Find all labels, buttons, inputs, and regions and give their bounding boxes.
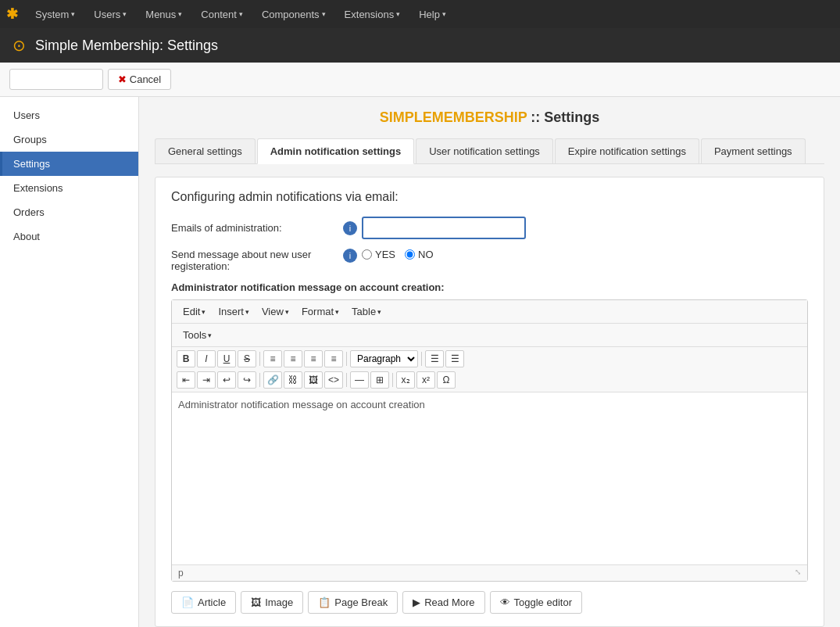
editor-tools-label: Tools — [183, 329, 206, 341]
sidebar-item-groups[interactable]: Groups — [0, 127, 138, 152]
nav-extensions[interactable]: Extensions ▾ — [337, 5, 409, 23]
sidebar-extensions-label: Extensions — [13, 182, 63, 194]
editor-resize-handle[interactable]: ⤡ — [795, 568, 801, 579]
toolbar-link[interactable]: 🔗 — [263, 371, 282, 389]
component-header: SIMPLEMEMBERSHIP :: Settings — [155, 109, 824, 126]
toolbar-subscript[interactable]: x₂ — [396, 371, 415, 389]
toolbar-special-chars[interactable]: Ω — [437, 371, 456, 389]
content-area: SIMPLEMEMBERSHIP :: Settings General set… — [139, 97, 840, 627]
nav-content[interactable]: Content ▾ — [193, 5, 251, 23]
toolbar-unlink[interactable]: ⛓ — [284, 371, 302, 389]
nav-components-label: Components — [262, 9, 320, 20]
article-icon: 📄 — [181, 597, 194, 608]
toolbar-align-right[interactable]: ≡ — [304, 350, 323, 367]
editor-menu-insert[interactable]: Insert ▾ — [212, 303, 256, 320]
tab-admin-label: Admin notification settings — [270, 145, 402, 157]
emails-info-icon[interactable]: i — [343, 221, 357, 235]
nav-users[interactable]: Users ▾ — [86, 5, 134, 23]
toggle-editor-icon: 👁 — [500, 597, 510, 608]
read-more-icon: ▶ — [413, 597, 420, 608]
tab-expire-label: Expire notification settings — [568, 145, 686, 157]
toolbar-ordered-list[interactable]: ☰ — [445, 350, 464, 367]
nav-menus-arrow: ▾ — [178, 10, 182, 18]
radio-yes[interactable] — [362, 249, 372, 260]
toolbar-paragraph-select[interactable]: Paragraph Heading 1 Heading 2 Heading 3 — [350, 350, 418, 367]
emails-input[interactable] — [362, 217, 526, 239]
toolbar-sep1 — [259, 352, 260, 366]
toolbar-undo[interactable]: ↩ — [217, 371, 236, 389]
toolbar-italic[interactable]: I — [197, 350, 216, 367]
sidebar-orders-label: Orders — [13, 206, 45, 218]
save-icon: ✔ — [20, 73, 28, 85]
nav-components[interactable]: Components ▾ — [254, 5, 334, 23]
toolbar-redo[interactable]: ↪ — [238, 371, 256, 389]
toolbar-strikethrough[interactable]: S — [238, 350, 256, 367]
form-section: Configuring admin notifications via emai… — [155, 177, 824, 627]
toolbar-unordered-list[interactable]: ☰ — [425, 350, 444, 367]
tab-expire-notification[interactable]: Expire notification settings — [555, 138, 699, 163]
toolbar-underline[interactable]: U — [217, 350, 236, 367]
sidebar: Users Groups Settings Extensions Orders … — [0, 97, 139, 627]
tab-general[interactable]: General settings — [155, 138, 256, 163]
radio-no-label[interactable]: NO — [405, 249, 434, 260]
editor-menu-edit[interactable]: Edit ▾ — [177, 303, 212, 320]
toolbar-bold[interactable]: B — [177, 350, 195, 367]
read-more-button[interactable]: ▶ Read More — [402, 591, 484, 614]
radio-no[interactable] — [405, 249, 415, 260]
nav-content-label: Content — [201, 9, 237, 20]
editor-body[interactable]: Administrator notification message on ac… — [172, 392, 807, 564]
toolbar-image[interactable]: 🖼 — [304, 371, 323, 389]
toolbar-outdent[interactable]: ⇤ — [177, 371, 195, 389]
sidebar-settings-label: Settings — [13, 158, 50, 170]
save-close-button[interactable]: ✔ Save & Close — [9, 69, 103, 90]
editor-menu-view[interactable]: View ▾ — [256, 303, 295, 320]
cancel-label: Cancel — [130, 73, 161, 85]
toolbar-sep3 — [421, 352, 422, 366]
image-button[interactable]: 🖼 Image — [241, 591, 303, 614]
radio-yes-text: YES — [375, 249, 395, 260]
read-more-label: Read More — [424, 597, 474, 608]
save-close-label: Save & Close — [31, 73, 93, 85]
article-button[interactable]: 📄 Article — [171, 591, 236, 614]
editor-footer: p ⤡ — [172, 564, 807, 581]
form-title: Configuring admin notifications via emai… — [171, 190, 808, 204]
sidebar-item-about[interactable]: About — [0, 224, 138, 249]
sidebar-item-users[interactable]: Users — [0, 103, 138, 127]
nav-help[interactable]: Help ▾ — [411, 5, 454, 23]
cancel-button[interactable]: ✖ Cancel — [108, 69, 171, 90]
toolbar-code[interactable]: <> — [324, 371, 343, 389]
nav-help-label: Help — [419, 9, 440, 20]
toolbar-table[interactable]: ⊞ — [370, 371, 389, 389]
send-message-label: Send message about new user registeratio… — [171, 249, 343, 272]
nav-system[interactable]: System ▾ — [27, 5, 83, 23]
editor-container: Edit ▾ Insert ▾ View ▾ Format ▾ — [171, 299, 808, 582]
editor-menu-format[interactable]: Format ▾ — [295, 303, 345, 320]
radio-yes-label[interactable]: YES — [362, 249, 395, 260]
nav-menus[interactable]: Menus ▾ — [138, 5, 190, 23]
toolbar-align-left[interactable]: ≡ — [263, 350, 282, 367]
page-break-button[interactable]: 📋 Page Break — [308, 591, 398, 614]
toolbar-align-center[interactable]: ≡ — [284, 350, 302, 367]
toolbar-indent[interactable]: ⇥ — [197, 371, 216, 389]
editor-format-arrow: ▾ — [335, 308, 339, 316]
send-message-info-icon[interactable]: i — [343, 249, 357, 263]
sidebar-item-extensions[interactable]: Extensions — [0, 176, 138, 200]
sidebar-item-orders[interactable]: Orders — [0, 200, 138, 224]
editor-menu-table[interactable]: Table ▾ — [345, 303, 388, 320]
tab-payment[interactable]: Payment settings — [701, 138, 806, 163]
nav-system-label: System — [35, 9, 69, 20]
editor-menu-tools[interactable]: Tools ▾ — [177, 327, 218, 343]
editor-tools-arrow: ▾ — [208, 331, 212, 339]
toolbar-sep2 — [346, 352, 347, 366]
tab-admin-notification[interactable]: Admin notification settings — [257, 138, 415, 164]
toggle-editor-button[interactable]: 👁 Toggle editor — [490, 591, 582, 614]
toolbar-superscript[interactable]: x² — [416, 371, 435, 389]
toggle-editor-label: Toggle editor — [514, 597, 572, 608]
top-navbar: ✱ System ▾ Users ▾ Menus ▾ Content ▾ Com… — [0, 0, 840, 28]
toolbar-hr[interactable]: — — [350, 371, 369, 389]
sidebar-users-label: Users — [13, 109, 40, 121]
title-icon: ⊙ — [13, 36, 26, 55]
tab-user-notification[interactable]: User notification settings — [416, 138, 553, 163]
toolbar-align-justify[interactable]: ≡ — [324, 350, 343, 367]
sidebar-item-settings[interactable]: Settings — [0, 152, 138, 176]
